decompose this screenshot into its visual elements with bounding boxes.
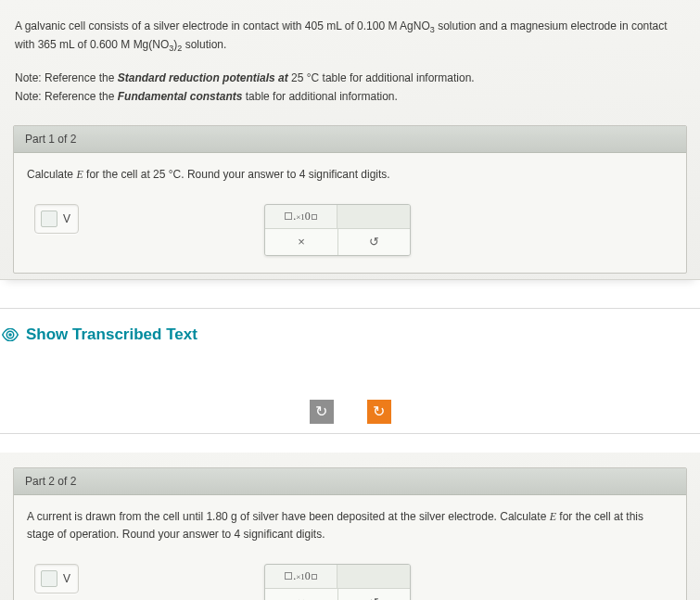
note1-c: 25 °C table for additional information. bbox=[288, 71, 475, 84]
note1-a: Note: Reference the bbox=[15, 71, 118, 84]
intro-c: solution. bbox=[182, 38, 226, 51]
rotate-right-button[interactable]: ↻ bbox=[367, 400, 391, 424]
answer-slot-2[interactable] bbox=[41, 570, 57, 587]
answer-input-2[interactable]: V bbox=[34, 564, 79, 594]
eye-icon bbox=[2, 328, 19, 341]
svg-point-0 bbox=[8, 333, 12, 337]
compound-b-pre: Mg(NO bbox=[134, 38, 170, 51]
rotate-left-button[interactable]: ↻ bbox=[310, 400, 334, 424]
question-panel-1: A galvanic cell consists of a silver ele… bbox=[0, 0, 700, 280]
part-1-box: Part 1 of 2 Calculate E for the cell at … bbox=[13, 125, 687, 274]
clear-button-1[interactable]: × bbox=[265, 229, 337, 255]
part-2-prompt: A current is drawn from the cell until 1… bbox=[14, 495, 686, 547]
note2-a: Note: Reference the bbox=[15, 90, 118, 103]
show-transcribed-link[interactable]: Show Transcribed Text bbox=[0, 309, 700, 357]
center-buttons: ↻ ↻ bbox=[0, 357, 700, 434]
intro-a: A galvanic cell consists of a silver ele… bbox=[15, 19, 400, 32]
answer-input-1[interactable]: V bbox=[34, 204, 79, 234]
part-2-header: Part 2 of 2 bbox=[14, 468, 686, 495]
scinot-button-2[interactable]: .×10 bbox=[265, 565, 337, 589]
question-panel-2: Part 2 of 2 A current is drawn from the … bbox=[0, 453, 700, 600]
scinot-button-1[interactable]: .×10 bbox=[265, 205, 337, 229]
part-1-answer-row: V .×10 × ↺ bbox=[14, 187, 686, 256]
note-2: Note: Reference the Fundamental constant… bbox=[0, 86, 700, 112]
part-1-prompt: Calculate E for the cell at 25 °C. Round… bbox=[14, 153, 686, 187]
p1-prompt-a: Calculate bbox=[27, 168, 76, 181]
p2-prompt-var: E bbox=[550, 510, 556, 523]
part-1-header: Part 1 of 2 bbox=[14, 126, 686, 153]
clear-button-2[interactable]: × bbox=[265, 589, 337, 600]
unit-v-2: V bbox=[63, 572, 70, 585]
part-2-box: Part 2 of 2 A current is drawn from the … bbox=[13, 467, 687, 600]
compound-a: AgNO bbox=[400, 19, 430, 32]
tool-cluster-2: .×10 × ↺ bbox=[264, 564, 411, 600]
unit-v-1: V bbox=[63, 212, 70, 225]
p2-prompt-a: A current is drawn from the cell until 1… bbox=[27, 510, 550, 523]
note-1: Note: Reference the Standard reduction p… bbox=[0, 68, 700, 86]
note2-b: Fundamental constants bbox=[118, 90, 243, 103]
part-2-answer-row: V .×10 × ↺ bbox=[14, 547, 686, 600]
tool-blank-1 bbox=[337, 205, 410, 229]
reset-button-2[interactable]: ↺ bbox=[337, 589, 410, 600]
tool-cluster-1: .×10 × ↺ bbox=[264, 204, 411, 256]
reset-button-1[interactable]: ↺ bbox=[337, 229, 410, 255]
answer-slot-1[interactable] bbox=[41, 211, 57, 227]
p1-prompt-var: E bbox=[76, 168, 83, 181]
question-text: A galvanic cell consists of a silver ele… bbox=[0, 0, 700, 68]
note1-b: Standard reduction potentials at bbox=[118, 71, 288, 84]
tool-blank-2 bbox=[337, 565, 410, 589]
p1-prompt-b: for the cell at 25 °C. Round your answer… bbox=[83, 168, 390, 181]
show-transcribed-label: Show Transcribed Text bbox=[26, 326, 197, 344]
note2-c: table for additional information. bbox=[242, 90, 397, 103]
